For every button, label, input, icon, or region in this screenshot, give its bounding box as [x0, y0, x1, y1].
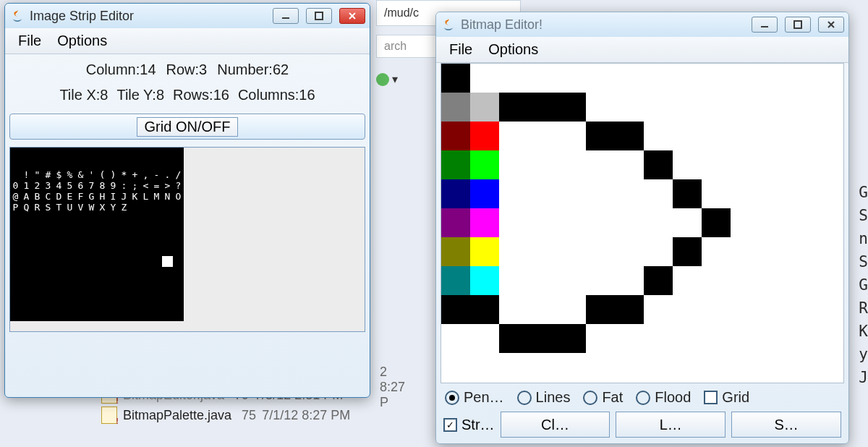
bitmap-pixel[interactable]	[644, 122, 673, 150]
strip-cell[interactable]: 4	[54, 180, 64, 191]
strip-cell[interactable]: Z	[119, 202, 129, 213]
bitmap-pixel[interactable]	[644, 208, 673, 237]
bitmap-pixel[interactable]	[702, 295, 731, 324]
strip-cell[interactable]: A	[21, 191, 32, 202]
strip-cell[interactable]	[108, 213, 119, 224]
strip-cell[interactable]	[119, 310, 129, 321]
strip-cell[interactable]	[43, 148, 54, 158]
bitmap-pixel[interactable]	[528, 266, 557, 295]
bitmap-pixel[interactable]	[731, 266, 760, 295]
strip-cell[interactable]	[173, 245, 184, 256]
image-strip-editor-window[interactable]: Image Strip Editor File Options Column:1…	[4, 3, 370, 398]
menu-file[interactable]: File	[449, 41, 472, 58]
strip-cell[interactable]	[129, 256, 140, 267]
strip-cell[interactable]	[119, 245, 129, 256]
bitmap-pixel[interactable]	[817, 122, 846, 150]
palette-swatch[interactable]	[441, 237, 470, 266]
strip-cell[interactable]	[119, 278, 129, 289]
strip-cell[interactable]	[97, 289, 108, 299]
bitmap-pixel[interactable]	[673, 93, 702, 122]
bitmap-pixel[interactable]	[760, 93, 788, 122]
strip-cell[interactable]	[32, 267, 43, 278]
bitmap-pixel[interactable]	[702, 150, 731, 179]
bitmap-pixel[interactable]	[557, 93, 586, 122]
strip-cell[interactable]	[140, 245, 151, 256]
strip-cell[interactable]: W	[86, 202, 97, 213]
bitmap-pixel[interactable]	[644, 237, 673, 266]
strip-cell[interactable]	[43, 245, 54, 256]
strip-cell[interactable]	[21, 234, 32, 245]
menu-options[interactable]: Options	[57, 33, 107, 49]
strip-cell[interactable]	[86, 224, 97, 234]
palette-swatch[interactable]	[470, 64, 499, 93]
bitmap-pixel[interactable]	[499, 295, 528, 324]
strip-cell[interactable]	[43, 299, 54, 310]
bitmap-pixel[interactable]	[673, 122, 702, 150]
strip-cell[interactable]	[32, 256, 43, 267]
bitmap-pixel[interactable]	[760, 208, 788, 237]
bitmap-pixel[interactable]	[760, 122, 788, 150]
strip-cell[interactable]	[21, 278, 32, 289]
strip-cell[interactable]	[140, 256, 151, 267]
strip-cell[interactable]	[64, 278, 75, 289]
bitmap-pixel[interactable]	[702, 237, 731, 266]
strip-cell[interactable]	[75, 213, 86, 224]
bitmap-pixel[interactable]	[760, 64, 788, 93]
bitmap-pixel[interactable]	[731, 122, 760, 150]
grid-toggle-button[interactable]: Grid ON/OFF	[9, 114, 365, 140]
bitmap-pixel[interactable]	[586, 122, 615, 150]
strip-cell[interactable]	[108, 267, 119, 278]
strip-cell[interactable]	[97, 278, 108, 289]
bitmap-pixel[interactable]	[817, 237, 846, 266]
strip-cell[interactable]	[32, 299, 43, 310]
strip-cell[interactable]: !	[21, 169, 32, 180]
bitmap-canvas[interactable]	[441, 63, 844, 383]
bitmap-pixel[interactable]	[615, 64, 644, 93]
palette-swatch[interactable]	[470, 266, 499, 295]
menu-file[interactable]: File	[18, 33, 41, 49]
strip-cell[interactable]	[140, 234, 151, 245]
bitmap-pixel[interactable]	[760, 150, 788, 179]
titlebar[interactable]: Image Strip Editor	[5, 4, 370, 28]
strip-cell[interactable]	[140, 310, 151, 321]
bitmap-pixel[interactable]	[788, 122, 817, 150]
strip-cell[interactable]	[10, 267, 21, 278]
bitmap-pixel[interactable]	[615, 266, 644, 295]
tool-lines[interactable]: Lines	[517, 389, 571, 406]
strip-cell[interactable]	[43, 224, 54, 234]
color-palette[interactable]	[441, 64, 499, 324]
strip-cell[interactable]	[75, 245, 86, 256]
strip-cell[interactable]: N	[162, 191, 173, 202]
bitmap-pixel[interactable]	[760, 295, 788, 324]
minimize-button[interactable]	[273, 8, 299, 24]
strip-cell[interactable]	[162, 289, 173, 299]
strip-cell[interactable]	[151, 213, 162, 224]
strip-cell[interactable]	[108, 289, 119, 299]
strip-cell[interactable]	[119, 224, 129, 234]
tool-pen[interactable]: Pen…	[445, 389, 504, 406]
strip-cell[interactable]	[151, 256, 162, 267]
strip-cell[interactable]	[151, 234, 162, 245]
strip-cell[interactable]	[75, 158, 86, 169]
strip-cell[interactable]	[21, 213, 32, 224]
bitmap-pixel[interactable]	[557, 324, 586, 353]
bitmap-pixel[interactable]	[528, 150, 557, 179]
bitmap-pixel[interactable]	[557, 237, 586, 266]
bitmap-pixel[interactable]	[788, 179, 817, 208]
strip-cell[interactable]	[173, 202, 184, 213]
palette-row[interactable]	[441, 266, 499, 295]
strip-cell[interactable]: 7	[86, 180, 97, 191]
strip-cell[interactable]: ;	[129, 180, 140, 191]
bitmap-pixel[interactable]	[673, 208, 702, 237]
strip-cell[interactable]	[21, 158, 32, 169]
bitmap-pixel[interactable]	[586, 324, 615, 353]
bitmap-pixel[interactable]	[788, 295, 817, 324]
strip-cell[interactable]	[129, 224, 140, 234]
strip-cell[interactable]	[173, 289, 184, 299]
strip-cell[interactable]	[108, 278, 119, 289]
strip-cell[interactable]	[108, 234, 119, 245]
strip-cell[interactable]	[10, 256, 21, 267]
bitmap-pixel[interactable]	[731, 150, 760, 179]
strip-cell[interactable]: 2	[32, 180, 43, 191]
palette-swatch[interactable]	[470, 179, 499, 208]
